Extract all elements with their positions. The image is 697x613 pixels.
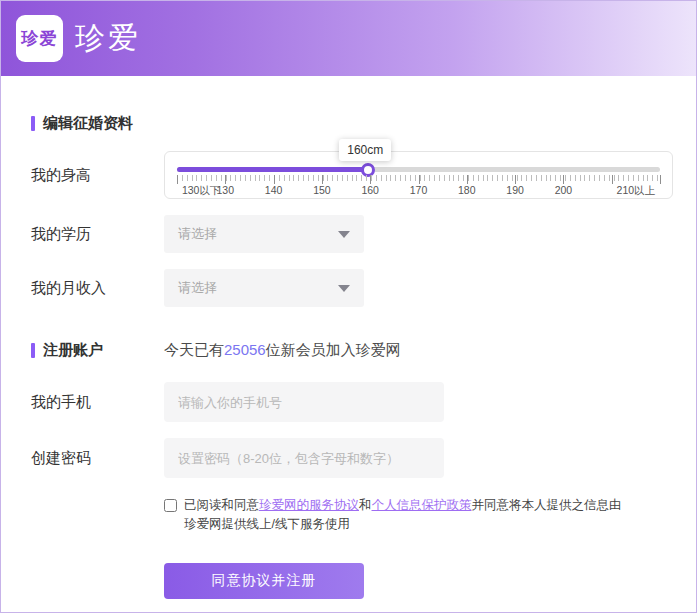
stats-prefix: 今天已有 <box>164 341 224 358</box>
income-row: 我的月收入 请选择 <box>31 269 673 307</box>
education-row: 我的学历 请选择 <box>31 215 673 253</box>
agreement-text: 已阅读和同意珍爱网的服务协议和个人信息保护政策并同意将本人提供之信息由珍爱网提供… <box>184 496 632 535</box>
member-stats: 今天已有25056位新会员加入珍爱网 <box>164 341 401 360</box>
terms-of-service-link[interactable]: 珍爱网的服务协议 <box>259 498 359 512</box>
height-ruler: 130以下130140150160170180190200210以上 <box>177 175 660 199</box>
register-section-row: 注册账户 今天已有25056位新会员加入珍爱网 <box>31 341 673 360</box>
ruler-label: 210以上 <box>617 184 656 198</box>
ruler-label: 140 <box>265 184 283 196</box>
stats-suffix: 位新会员加入珍爱网 <box>266 341 401 358</box>
education-select-placeholder: 请选择 <box>178 225 217 243</box>
agreement-prefix: 已阅读和同意 <box>184 498 259 512</box>
ruler-major-tick <box>274 175 275 184</box>
password-row: 创建密码 <box>31 438 673 478</box>
ruler-label: 150 <box>313 184 331 196</box>
ruler-major-tick <box>322 175 323 184</box>
education-label: 我的学历 <box>31 225 164 244</box>
ruler-major-tick <box>660 175 661 184</box>
height-row: 我的身高 160cm 130以下130140150160170180190200… <box>31 151 673 199</box>
title-accent-bar <box>31 116 35 131</box>
phone-row: 我的手机 <box>31 382 673 422</box>
height-slider: 160cm 130以下130140150160170180190200210以上 <box>164 151 673 199</box>
agreement-row: 已阅读和同意珍爱网的服务协议和个人信息保护政策并同意将本人提供之信息由珍爱网提供… <box>164 496 673 535</box>
agreement-middle: 和 <box>359 498 372 512</box>
ruler-major-tick <box>370 175 371 184</box>
income-select-placeholder: 请选择 <box>178 279 217 297</box>
agreement-checkbox[interactable] <box>164 499 177 512</box>
slider-track[interactable] <box>177 167 660 172</box>
caret-down-icon <box>338 231 350 238</box>
logo-text: 珍爱 <box>22 27 58 50</box>
stats-count: 25056 <box>224 341 266 358</box>
privacy-policy-link[interactable]: 个人信息保护政策 <box>372 498 472 512</box>
ruler-label: 160 <box>361 184 379 196</box>
ruler-major-tick <box>177 175 178 184</box>
profile-section-title-text: 编辑征婚资料 <box>43 114 133 133</box>
ruler-label: 190 <box>506 184 524 196</box>
ruler-major-tick <box>515 175 516 184</box>
title-accent-bar <box>31 343 35 358</box>
ruler-label: 130以下 <box>182 184 221 198</box>
education-select[interactable]: 请选择 <box>164 215 364 253</box>
ruler-major-tick <box>225 175 226 184</box>
register-section-title-text: 注册账户 <box>43 341 103 360</box>
submit-button[interactable]: 同意协议并注册 <box>164 563 364 599</box>
brand-name: 珍爱 <box>75 18 141 59</box>
ruler-major-tick <box>419 175 420 184</box>
slider-fill <box>177 167 368 172</box>
ruler-label: 180 <box>458 184 476 196</box>
height-label: 我的身高 <box>31 166 164 185</box>
height-value-tooltip: 160cm <box>339 139 391 161</box>
ruler-major-tick <box>467 175 468 184</box>
ruler-major-tick <box>612 175 613 184</box>
ruler-label: 170 <box>410 184 428 196</box>
phone-input[interactable] <box>164 382 444 422</box>
income-select[interactable]: 请选择 <box>164 269 364 307</box>
ruler-major-tick <box>563 175 564 184</box>
ruler-label: 200 <box>555 184 573 196</box>
income-label: 我的月收入 <box>31 279 164 298</box>
registration-page: 珍爱 珍爱 编辑征婚资料 我的身高 160cm 130以下13014015016… <box>0 0 697 613</box>
password-input[interactable] <box>164 438 444 478</box>
caret-down-icon <box>338 285 350 292</box>
header: 珍爱 珍爱 <box>1 1 696 76</box>
zhenai-logo: 珍爱 <box>16 15 63 62</box>
password-label: 创建密码 <box>31 449 164 468</box>
phone-label: 我的手机 <box>31 393 164 412</box>
ruler-label: 130 <box>217 184 235 196</box>
profile-section-title: 编辑征婚资料 <box>31 114 673 133</box>
register-section-title: 注册账户 <box>31 341 164 360</box>
form-content: 编辑征婚资料 我的身高 160cm 130以下13014015016017018… <box>1 76 696 599</box>
